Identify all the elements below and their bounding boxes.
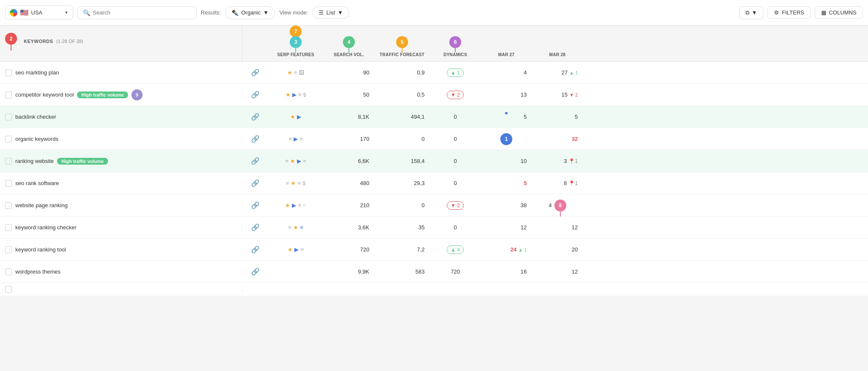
video-icon: ▶ — [292, 91, 297, 98]
link-icon[interactable]: 🔗 — [251, 245, 260, 254]
mar28-val: 3 — [564, 158, 567, 164]
row-checkbox[interactable] — [5, 180, 12, 187]
star-icon: ★ — [290, 158, 295, 164]
row-checkbox[interactable] — [5, 158, 12, 165]
table-row: organic keywords 🔗 ≡ ▶ ≡ 170 0 0 — [0, 128, 868, 150]
lines-icon: ≡ — [298, 91, 302, 98]
mar27-val-red: 5 — [524, 180, 527, 186]
search-vol-val: 480 — [360, 180, 369, 186]
bubble-9: 9 — [131, 89, 143, 100]
main-content: 2 KEYWORDS (1-28 OF 28) 7 — [0, 26, 868, 371]
row-checkbox[interactable] — [5, 202, 12, 209]
search-input[interactable] — [93, 9, 191, 16]
row-checkbox[interactable] — [5, 246, 12, 253]
filters-button[interactable]: ⚙ FILTERS — [768, 6, 811, 19]
organic-label: Organic — [241, 9, 261, 16]
dynamics-val: 0 — [454, 224, 457, 231]
keyword-text: keyword ranking tool — [15, 246, 66, 253]
viewmode-label: View mode: — [279, 9, 308, 16]
copy-button[interactable]: ⧉ ▼ — [739, 6, 764, 19]
top-bar: 🇺🇸 USA ▼ 🔍 Results: ✒️ Organic ▼ View mo… — [0, 0, 868, 26]
row-checkbox[interactable] — [5, 224, 12, 231]
table-body: seo markting plan 🔗 ★ ≡ 🖼 90 0,9 ▲ 1 — [0, 62, 868, 296]
keyword-text: ranking website — [15, 158, 54, 164]
row-checkbox[interactable] — [5, 286, 12, 293]
dynamics-badge-up: ▲ 4 — [447, 245, 464, 254]
link-icon[interactable]: 🔗 — [251, 91, 260, 99]
more-rows-indicator — [0, 283, 868, 296]
link-icon[interactable]: 🔗 — [251, 268, 260, 276]
dynamics-badge-up: ▲ 1 — [447, 68, 464, 77]
dollar-icon: $ — [303, 180, 306, 186]
star-icon: ★ — [293, 224, 298, 231]
bubble-5: 5 — [396, 36, 408, 48]
star-icon: ★ — [288, 246, 293, 253]
list-chevron-icon: ▼ — [337, 9, 343, 16]
serp-features-header: SERP FEATURES — [277, 52, 314, 57]
mar27-val: 4 — [524, 69, 527, 76]
link-icon[interactable]: 🔗 — [251, 113, 260, 121]
high-traffic-badge: High traffic volume — [57, 158, 108, 165]
link-icon[interactable]: 🔗 — [251, 223, 260, 231]
search-vol-val: 210 — [360, 202, 369, 208]
organic-button[interactable]: ✒️ Organic ▼ — [225, 6, 275, 19]
filters-label: FILTERS — [782, 9, 804, 16]
columns-label: COLUMNS — [829, 9, 857, 16]
row-checkbox[interactable] — [5, 114, 12, 120]
organic-icon: ✒️ — [231, 9, 239, 16]
traffic-val: 0,9 — [417, 69, 425, 76]
country-selector[interactable]: 🇺🇸 USA ▼ — [5, 6, 73, 20]
mar28-val: 20 — [572, 246, 578, 253]
keyword-text: competitor keyword tool — [15, 91, 74, 98]
video-icon: ▶ — [297, 114, 301, 120]
google-logo — [10, 9, 17, 17]
lines-icon: ≡ — [286, 180, 289, 186]
lines-icon2: ≡ — [300, 136, 303, 142]
pin-marker: 📍1 — [568, 158, 578, 164]
traffic-val: 35 — [419, 224, 425, 231]
dynamics-val: 0 — [454, 114, 457, 120]
keyword-text: seo markting plan — [15, 69, 59, 76]
lines-icon: ≡ — [300, 246, 304, 253]
organic-chevron-icon: ▼ — [263, 9, 269, 16]
search-vol-val: 9,9K — [358, 268, 369, 275]
traffic-forecast-header: TRAFFIC FORECAST — [380, 52, 424, 57]
mar28-val: 12 — [572, 224, 578, 231]
link-icon[interactable]: 🔗 — [251, 179, 260, 187]
link-icon[interactable]: 🔗 — [251, 201, 260, 209]
star-icon: ★ — [291, 180, 296, 186]
search-icon: 🔍 — [83, 9, 90, 16]
lines-icon: ≡ — [285, 158, 288, 164]
mar28-header: MAR 28 — [549, 52, 565, 57]
star-icon: ★ — [285, 202, 290, 208]
row-checkbox[interactable] — [5, 69, 12, 76]
search-vol-val: 170 — [360, 136, 369, 142]
rank-circle-8: 8 — [554, 200, 566, 211]
row-checkbox[interactable] — [5, 91, 12, 98]
row-checkbox[interactable] — [5, 268, 12, 275]
traffic-val: 158,4 — [411, 158, 425, 164]
link-icon[interactable]: 🔗 — [251, 68, 260, 77]
mar28-change-up: ▲ 1 — [569, 70, 578, 75]
columns-button[interactable]: ▦ COLUMNS — [815, 6, 863, 19]
video-icon: ▶ — [297, 158, 301, 164]
mar28-val: 12 — [572, 268, 578, 275]
search-box[interactable]: 🔍 — [77, 6, 197, 19]
bubble-4: 4 — [343, 36, 355, 48]
table-row: keyword ranking checker 🔗 ≡ ★ ≡ 3,6K 35 — [0, 217, 868, 239]
keyword-text: backlink checker — [15, 114, 56, 120]
lines-icon2: ≡ — [297, 180, 301, 186]
mar27-change-up: ▲ 1 — [518, 247, 527, 252]
star-icon: ★ — [286, 91, 291, 98]
link-icon[interactable]: 🔗 — [251, 157, 260, 165]
list-label: List — [326, 9, 335, 16]
link-icon[interactable]: 🔗 — [251, 135, 260, 143]
dollar-icon: $ — [303, 91, 306, 98]
rank-circle-1: 1 — [500, 133, 512, 145]
traffic-val: 494,1 — [411, 114, 425, 120]
row-checkbox[interactable] — [5, 136, 12, 143]
list-button[interactable]: ☰ List ▼ — [312, 6, 349, 19]
pin-marker: 📍1 — [568, 180, 578, 186]
mar28-val: 4 — [548, 202, 551, 208]
search-vol-val: 8,1K — [358, 114, 369, 120]
